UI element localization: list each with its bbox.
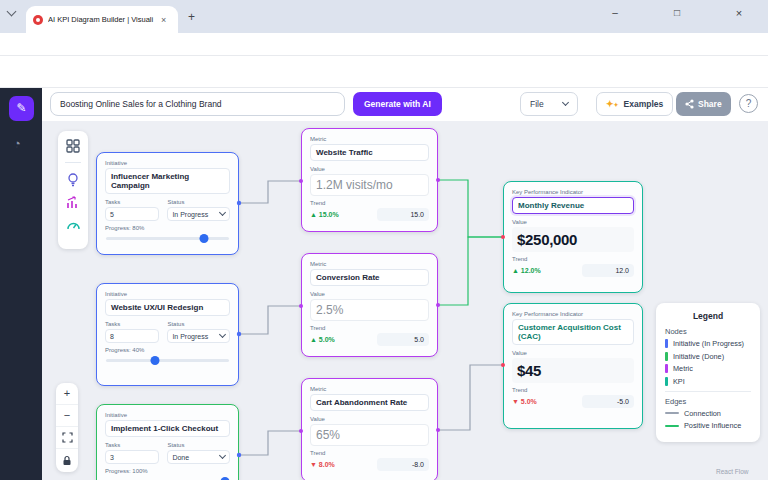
kpi-title-input[interactable]: Customer Acquisition Cost (CAC) — [512, 319, 634, 345]
lock-button[interactable] — [56, 449, 78, 471]
initiative-title-input[interactable]: Website UX/UI Redesign — [105, 299, 230, 316]
trend-label: Trend — [310, 450, 429, 456]
node-type-label: Key Performance Indicator — [512, 189, 634, 195]
grid-nodes-icon[interactable] — [66, 139, 80, 153]
legend-item: Positive Influence — [665, 421, 751, 430]
window-close-button[interactable]: × — [724, 2, 754, 24]
status-label: Status — [167, 442, 230, 448]
window-maximize-button[interactable]: □ — [662, 2, 692, 24]
tasks-input[interactable]: 5 — [105, 207, 159, 221]
legend-nodes-label: Nodes — [665, 327, 751, 336]
browser-url-row: ← → ↻ ai-toolbox.visual-paradigm.com/app… — [0, 33, 768, 56]
trend-label: Trend — [310, 200, 429, 206]
kpi-value-input[interactable]: $250,000 — [512, 227, 634, 252]
kpi-value-input[interactable]: $45 — [512, 358, 634, 383]
node-type-label: Metric — [310, 386, 429, 392]
value-label: Value — [310, 166, 429, 172]
trend-value-input[interactable]: -5.0 — [582, 395, 634, 408]
status-select[interactable]: Done — [167, 450, 230, 464]
chevron-down-icon — [219, 452, 226, 459]
new-tab-button[interactable]: + — [188, 10, 195, 24]
metric-title-input[interactable]: Website Traffic — [310, 144, 429, 161]
legend-edge-swatch — [665, 425, 679, 427]
trend-label: Trend — [512, 256, 634, 262]
initiative-title-input[interactable]: Influencer Marketing Campaign — [105, 168, 230, 194]
chevron-down-icon — [219, 209, 226, 216]
trend-value-input[interactable]: -8.0 — [377, 458, 429, 471]
slider-knob[interactable] — [200, 234, 209, 243]
file-menu-button[interactable]: File — [520, 92, 578, 116]
trend-value-input[interactable]: 15.0 — [377, 208, 429, 221]
tab-favicon-icon — [33, 15, 43, 25]
progress-slider[interactable] — [106, 359, 229, 362]
app-header: KPI Performance Diagram Builder Powered … — [0, 56, 768, 88]
initiative-node-influencer[interactable]: Initiative Influencer Marketing Campaign… — [96, 152, 239, 255]
progress-slider[interactable] — [106, 237, 229, 240]
browser-tab-strip: AI KPI Diagram Builder | Visuali × + – □… — [0, 0, 768, 33]
initiative-node-checkout[interactable]: Initiative Implement 1-Click Checkout Ta… — [96, 404, 239, 480]
tab-search-chevron-icon[interactable] — [7, 7, 17, 17]
kpi-node-cac[interactable]: Key Performance Indicator Customer Acqui… — [503, 303, 643, 429]
share-button[interactable]: Share — [676, 92, 731, 116]
sparkles-icon: ✦✦ — [606, 99, 619, 109]
value-label: Value — [512, 219, 634, 225]
close-tab-icon[interactable]: × — [161, 15, 166, 25]
node-type-label: Initiative — [105, 160, 230, 166]
chevron-down-icon — [219, 331, 226, 338]
metric-title-input[interactable]: Conversion Rate — [310, 269, 429, 286]
node-palette — [58, 131, 88, 249]
value-label: Value — [512, 350, 634, 356]
node-type-label: Initiative — [105, 291, 230, 297]
legend-item: Initiative (Done) — [665, 352, 751, 361]
tasks-label: Tasks — [105, 321, 159, 327]
metric-title-input[interactable]: Cart Abandonment Rate — [310, 394, 429, 411]
lightbulb-icon[interactable] — [66, 172, 80, 187]
legend-swatch — [665, 377, 668, 386]
tasks-label: Tasks — [105, 442, 159, 448]
trend-value-input[interactable]: 5.0 — [377, 333, 429, 346]
tasks-input[interactable]: 8 — [105, 329, 159, 343]
trend-badge: ▲ 15.0% — [310, 211, 339, 218]
browser-tab[interactable]: AI KPI Diagram Builder | Visuali × — [26, 6, 178, 33]
initiative-title-input[interactable]: Implement 1-Click Checkout — [105, 420, 230, 437]
legend-edges-label: Edges — [665, 397, 751, 406]
progress-label: Progress: 80% — [105, 225, 230, 231]
kpi-node-revenue[interactable]: Key Performance Indicator Monthly Revenu… — [503, 181, 643, 293]
status-select[interactable]: In Progress — [167, 207, 230, 221]
zoom-out-button[interactable]: − — [56, 405, 78, 427]
help-button[interactable]: ? — [739, 94, 758, 113]
editor-mode-button[interactable]: ✎ — [9, 96, 34, 121]
status-label: Status — [167, 199, 230, 205]
trend-value-input[interactable]: 12.0 — [582, 264, 634, 277]
zoom-in-button[interactable]: + — [56, 383, 78, 405]
legend-divider — [665, 391, 751, 392]
app-left-rail — [0, 88, 42, 480]
generate-with-ai-button[interactable]: Generate with AI — [353, 92, 442, 116]
metric-node-conversion[interactable]: Metric Conversion Rate Value 2.5% Trend … — [301, 253, 438, 357]
prompt-input[interactable]: Boosting Online Sales for a Clothing Bra… — [50, 92, 345, 116]
initiative-node-redesign[interactable]: Initiative Website UX/UI Redesign Tasks … — [96, 283, 239, 386]
examples-button[interactable]: ✦✦Examples — [596, 92, 673, 116]
metric-node-abandonment[interactable]: Metric Cart Abandonment Rate Value 65% T… — [301, 378, 438, 480]
examples-label: Examples — [624, 99, 664, 109]
trend-badge: ▼ 8.0% — [310, 461, 335, 468]
slider-knob[interactable] — [151, 356, 160, 365]
kpi-title-input[interactable]: Monthly Revenue — [512, 197, 634, 214]
pencil-icon: ✎ — [16, 101, 26, 115]
window-minimize-button[interactable]: – — [600, 2, 630, 24]
react-flow-watermark: React Flow — [716, 468, 749, 475]
legend-item: KPI — [665, 377, 751, 386]
kpi-gauge-icon[interactable] — [66, 219, 81, 232]
metric-value-input[interactable]: 65% — [310, 424, 429, 446]
metric-chart-icon[interactable] — [66, 196, 81, 210]
fit-view-icon — [62, 432, 73, 443]
metric-value-input[interactable]: 2.5% — [310, 299, 429, 321]
share-icon — [685, 99, 694, 109]
legend-item: Initiative (In Progress) — [665, 339, 751, 348]
fit-view-button[interactable] — [56, 427, 78, 449]
status-select[interactable]: In Progress — [167, 329, 230, 343]
history-icon[interactable]: ◔ — [13, 136, 21, 151]
tasks-input[interactable]: 3 — [105, 450, 159, 464]
metric-node-traffic[interactable]: Metric Website Traffic Value 1.2M visits… — [301, 128, 438, 232]
metric-value-input[interactable]: 1.2M visits/mo — [310, 174, 429, 196]
